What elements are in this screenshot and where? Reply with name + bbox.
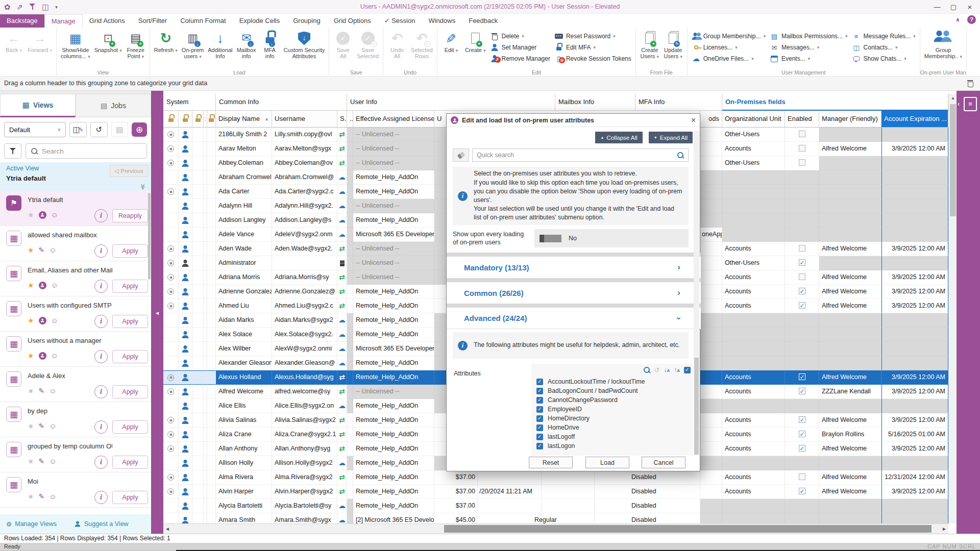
events--button[interactable]: Events...▾ <box>768 54 849 64</box>
cancel-button[interactable]: Cancel <box>642 457 685 468</box>
contacts--button[interactable]: ◫Contacts...▾ <box>850 42 917 53</box>
collapse-active-view-icon[interactable]: ≫ <box>140 184 147 189</box>
favorite-star-icon[interactable]: ★ <box>28 316 34 324</box>
enabled-checkbox[interactable] <box>799 273 805 280</box>
remove-manager-button[interactable]: ✗Remove Manager <box>488 54 552 64</box>
enabled-checkbox[interactable] <box>799 473 805 480</box>
tab-grid-actions[interactable]: Grid Actions <box>83 14 132 28</box>
previous-view-button[interactable]: ◁ Previous <box>110 165 148 177</box>
enabled-checkbox[interactable] <box>799 259 805 266</box>
tab-windows[interactable]: Windows <box>422 14 462 28</box>
attribute-checkbox[interactable] <box>536 424 543 431</box>
attribute-checkbox[interactable] <box>536 388 543 394</box>
attribute-checkbox[interactable] <box>536 434 543 440</box>
section-advanced[interactable]: Advanced (24/24)› <box>447 308 701 329</box>
grid-horizontal-scrollbar[interactable]: ◄ ► <box>163 523 948 534</box>
group-membership--button[interactable]: Group Membership...▾ <box>690 31 767 41</box>
clear-search-button[interactable] <box>453 148 469 162</box>
dialog-close-icon[interactable]: × <box>691 116 696 124</box>
view-info-button[interactable]: i <box>94 350 108 363</box>
table-row[interactable]: Alycia BartolettiAlycia.Bartoletti@sy☁Re… <box>163 499 948 513</box>
apply-view-button[interactable]: Apply <box>112 315 148 328</box>
cell-row-selector[interactable] <box>163 399 179 413</box>
apply-view-button[interactable]: Apply <box>112 350 148 363</box>
scroll-left-icon[interactable]: ◄ <box>163 524 172 534</box>
tab-grouping[interactable]: Grouping <box>286 14 327 28</box>
apply-view-button[interactable]: Apply <box>112 491 148 504</box>
revoke-session-tokens-button[interactable]: ▯⊘Revoke Session Tokens <box>553 54 633 64</box>
update-users-button[interactable]: ✎UpdateUsers ▾ <box>662 30 684 67</box>
tab-column-format[interactable]: Column Format <box>174 14 233 28</box>
cell-row-selector[interactable] <box>163 456 179 470</box>
mailbox-permissions--button[interactable]: ▤Mailbox Permissions...▾ <box>768 31 849 41</box>
view-item[interactable]: ▦grouped by temp coulumn OU★✎☺iApply <box>0 437 151 472</box>
view-info-button[interactable]: i <box>94 315 108 328</box>
header-lock-icon[interactable] <box>179 111 192 128</box>
group-membership--button[interactable]: GroupMembership.. ▾ <box>923 30 964 67</box>
cell-row-selector[interactable] <box>163 128 179 142</box>
column-group-on-premises-fields[interactable]: On-Premises fields <box>722 94 948 111</box>
cell-row-selector[interactable] <box>163 228 179 242</box>
snapshot-button[interactable]: ⊡+Snapshot ▾ <box>93 30 124 67</box>
minimize-button[interactable]: — <box>930 1 944 13</box>
edit-columns-button[interactable]: ◫✎ <box>69 122 87 137</box>
cell-row-selector[interactable] <box>163 356 179 370</box>
enabled-checkbox[interactable] <box>799 416 805 423</box>
tab-grid-options[interactable]: Grid Options <box>327 14 378 28</box>
show-hide-columns--button[interactable]: ▦Show/Hidecolumns... ▾ <box>59 30 92 67</box>
reset-password-button[interactable]: ***Reset Password▾ <box>553 31 633 41</box>
table-row[interactable]: Alvin HarperAlvin.Harper@sygx2⇄Remote_He… <box>163 485 948 499</box>
header-lock-icon[interactable] <box>207 111 216 128</box>
header-display-name[interactable]: Display Name▲ <box>216 111 272 128</box>
selected-rows-button[interactable]: ↶✓SelectedRows <box>409 30 434 67</box>
view-item[interactable]: ▦Users without a manager★☺iApply <box>0 332 151 367</box>
load-button[interactable]: Load <box>585 457 629 468</box>
share-icon[interactable]: ⇗ <box>17 3 23 12</box>
vertical-scroll-thumb[interactable] <box>950 104 956 216</box>
table-row[interactable]: Alma RiveraAlma.Rivera@sygx2⇄Remote_Help… <box>163 470 948 485</box>
favorite-star-icon[interactable]: ★ <box>28 492 34 500</box>
tab-explode-cells[interactable]: Explode Cells <box>233 14 287 28</box>
apply-view-button[interactable]: Apply <box>112 420 148 434</box>
tab-sort-filter[interactable]: Sort/Filter <box>132 14 174 28</box>
scroll-up-icon[interactable]: ▲ <box>949 94 957 102</box>
header-more[interactable]: ... <box>347 111 353 128</box>
back-button[interactable]: ←Back ▾ <box>3 30 25 67</box>
maximize-button[interactable]: ▢ <box>946 1 961 13</box>
sort-za-icon[interactable]: ↑A <box>674 366 680 373</box>
cell-row-selector[interactable] <box>163 213 179 228</box>
header-sync-status[interactable]: S... <box>337 111 347 128</box>
apply-view-button[interactable]: Apply <box>112 385 148 398</box>
panel-tab-views[interactable]: ▦Views <box>0 94 76 117</box>
header-enabled[interactable]: Enabled <box>785 111 819 128</box>
set-manager-button[interactable]: Set Manager <box>488 42 552 53</box>
message-rules--button[interactable]: ≡Message Rules...▾ <box>850 31 917 41</box>
cell-row-selector[interactable] <box>163 313 179 328</box>
add-view-button[interactable]: ⊕ <box>132 122 147 137</box>
cell-row-selector[interactable] <box>163 256 179 270</box>
cell-row-selector[interactable] <box>163 242 179 256</box>
show-on-load-toggle[interactable] <box>540 235 561 242</box>
cell-row-selector[interactable] <box>163 199 179 213</box>
quick-search-input[interactable]: Quick search <box>472 148 689 162</box>
enabled-checkbox[interactable] <box>799 131 805 137</box>
favorite-star-icon[interactable]: ★ <box>28 422 34 430</box>
reset-button[interactable]: Reset <box>529 457 573 468</box>
section-mandatory[interactable]: Mandatory (13/13)› <box>447 257 701 278</box>
views-search-input[interactable]: Search <box>26 143 147 159</box>
attribute-checkbox[interactable] <box>536 443 543 449</box>
custom-security-attributes-button[interactable]: ↓Custom SecurityAttributes <box>282 30 327 67</box>
column-list-icon[interactable]: ≡ <box>964 97 977 111</box>
cell-row-selector[interactable] <box>163 485 179 499</box>
additional-info-button[interactable]: ↓AdditionalInfo <box>206 30 234 67</box>
refresh-views-button[interactable]: ↺ <box>90 122 108 137</box>
enabled-checkbox[interactable] <box>799 373 805 380</box>
header-lock-icon[interactable] <box>163 111 179 128</box>
save-selected-button[interactable]: ✓✓SaveSelected <box>355 30 380 67</box>
view-info-button[interactable]: i <box>94 280 108 293</box>
filter-check-icon[interactable] <box>29 3 36 11</box>
collapse-ribbon-icon[interactable]: ∧ <box>955 16 960 23</box>
view-info-button[interactable]: i <box>94 244 108 258</box>
grid-vertical-scrollbar[interactable]: ▲ <box>948 94 957 523</box>
view-item[interactable]: ▦Adele & Alex★✎☺iApply <box>0 367 151 402</box>
